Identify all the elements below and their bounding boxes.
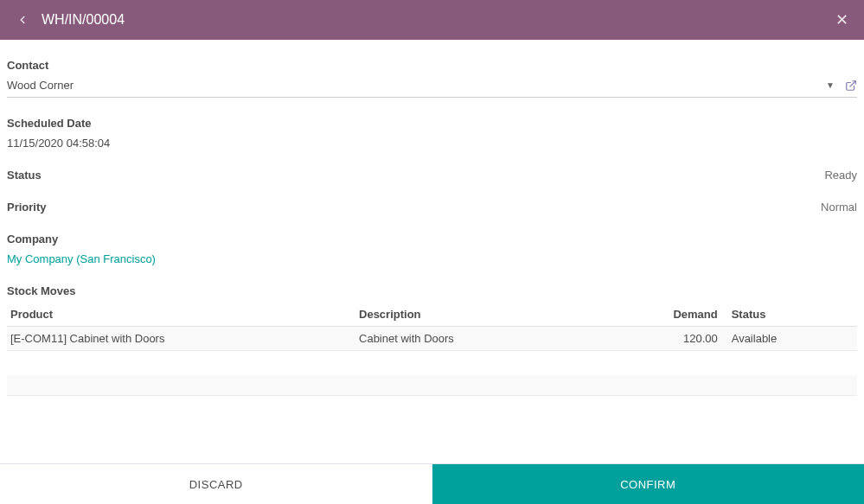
close-button[interactable]: ✕	[831, 10, 852, 30]
modal-header: WH/IN/00004 ✕	[0, 0, 864, 40]
modal-footer: Discard Confirm	[0, 463, 864, 504]
svg-line-0	[850, 80, 855, 86]
priority-value: Normal	[821, 201, 857, 214]
company-value[interactable]: My Company (San Francisco)	[7, 249, 857, 265]
status-value: Ready	[824, 169, 857, 182]
table-row[interactable]: [E-COM11] Cabinet with Doors Cabinet wit…	[7, 327, 857, 351]
discard-button[interactable]: Discard	[0, 464, 432, 504]
field-status: Status Ready	[7, 169, 857, 182]
field-scheduled-date: Scheduled Date 11/15/2020 04:58:04	[7, 117, 857, 150]
field-contact: Contact Wood Corner ▼	[7, 59, 857, 98]
cell-product: [E-COM11] Cabinet with Doors	[7, 327, 355, 351]
scheduled-date-label: Scheduled Date	[7, 117, 857, 130]
stock-moves-table: Product Description Demand Status [E-COM…	[7, 303, 857, 351]
external-link-icon[interactable]	[845, 80, 857, 92]
cell-description: Cabinet with Doors	[355, 327, 644, 351]
modal-body: Contact Wood Corner ▼ Scheduled Date 11/…	[0, 40, 864, 463]
col-status: Status	[721, 303, 857, 327]
contact-value: Wood Corner	[7, 75, 821, 95]
field-company: Company My Company (San Francisco)	[7, 233, 857, 265]
priority-label: Priority	[7, 201, 47, 214]
col-product: Product	[7, 303, 355, 327]
chevron-left-icon	[16, 14, 29, 26]
stock-moves-label: Stock Moves	[7, 284, 857, 297]
col-description: Description	[355, 303, 644, 327]
confirm-button[interactable]: Confirm	[432, 464, 865, 504]
col-demand: Demand	[644, 303, 720, 327]
contact-label: Contact	[7, 59, 857, 72]
scheduled-date-value: 11/15/2020 04:58:04	[7, 133, 857, 150]
modal-title: WH/IN/00004	[42, 12, 831, 28]
field-priority: Priority Normal	[7, 201, 857, 214]
contact-input[interactable]: Wood Corner ▼	[7, 75, 857, 98]
status-label: Status	[7, 169, 42, 182]
empty-band	[7, 375, 857, 396]
cell-demand: 120.00	[644, 327, 720, 351]
close-icon: ✕	[835, 10, 848, 29]
chevron-down-icon: ▼	[826, 80, 835, 90]
back-button[interactable]	[12, 10, 33, 30]
cell-status: Available	[721, 327, 857, 351]
dropdown-caret[interactable]: ▼	[821, 80, 840, 90]
company-label: Company	[7, 233, 857, 246]
